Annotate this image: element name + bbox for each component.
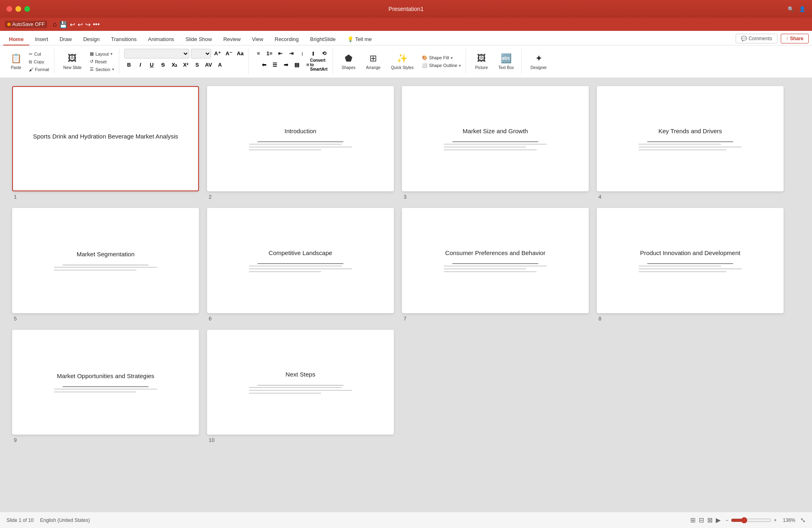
line-spacing-button[interactable]: ↕ — [298, 49, 307, 58]
tab-home[interactable]: Home — [3, 34, 29, 45]
reset-button[interactable]: ↺Reset — [88, 58, 116, 65]
tab-view[interactable]: View — [246, 34, 269, 45]
numbering-button[interactable]: 1≡ — [265, 49, 274, 58]
tab-design[interactable]: Design — [78, 34, 105, 45]
slideshow-view-icon[interactable]: ▶ — [716, 516, 721, 524]
increase-indent-button[interactable]: ⇥ — [287, 49, 296, 58]
italic-button[interactable]: I — [136, 60, 145, 70]
character-spacing-button[interactable]: AV — [204, 60, 214, 70]
tab-slideshow[interactable]: Slide Show — [180, 34, 218, 45]
shape-outline-dropdown[interactable]: ⬜Shape Outline▾ — [420, 62, 463, 69]
slide-sorter-icon[interactable]: ⊟ — [699, 516, 704, 524]
slide-lines-10 — [249, 387, 352, 394]
cut-button[interactable]: ✂Cut — [27, 51, 51, 58]
share-button[interactable]: ↑Share — [781, 34, 809, 43]
justify-button[interactable]: ▤ — [292, 60, 302, 70]
zoom-slider[interactable] — [731, 517, 771, 524]
tab-tell-me[interactable]: 💡Tell me — [341, 34, 378, 45]
title-bar: Presentation1 🔍 👤 — [0, 0, 812, 18]
insert-group: 🖼 Picture 🔤 Text Box — [468, 49, 521, 75]
slide-thumb-5[interactable]: Market Segmentation — [12, 208, 199, 313]
normal-view-icon[interactable]: ⊞ — [690, 516, 695, 524]
slide-line — [54, 270, 137, 270]
search-icon[interactable]: 🔍 — [788, 6, 794, 12]
change-case-button[interactable]: Aa — [235, 49, 245, 58]
bullets-button[interactable]: ≡ — [254, 49, 263, 58]
undo-icon[interactable]: ↩ — [70, 21, 75, 28]
decrease-font-button[interactable]: A⁻ — [224, 49, 234, 58]
subscript-button[interactable]: X₂ — [170, 60, 179, 70]
slide-wrapper-10: Next Steps10 — [207, 330, 394, 444]
layout-dropdown[interactable]: ▦Layout▾ — [88, 50, 116, 57]
redo-icon[interactable]: ↪ — [85, 21, 91, 28]
slide-thumb-6[interactable]: Competitive Landscape — [207, 208, 394, 313]
slide-thumb-10[interactable]: Next Steps — [207, 330, 394, 435]
shapes-button[interactable]: ⬟ Shapes — [338, 50, 360, 73]
slide-number-4: 4 — [597, 194, 784, 200]
slide-thumb-4[interactable]: Key Trends and Drivers — [597, 86, 784, 191]
slide-title-5: Market Segmentation — [77, 250, 135, 258]
slide-title-8: Product Innovation and Development — [640, 249, 741, 257]
tab-animations[interactable]: Animations — [143, 34, 180, 45]
section-dropdown[interactable]: ☰Section▾ — [88, 66, 116, 73]
reading-view-icon[interactable]: ⊠ — [707, 516, 713, 524]
tab-insert[interactable]: Insert — [29, 34, 54, 45]
zoom-level[interactable]: 136% — [779, 517, 795, 523]
maximize-button[interactable] — [24, 6, 30, 12]
undo-arrow-icon[interactable]: ↩ — [78, 21, 83, 28]
text-box-button[interactable]: 🔤 Text Box — [495, 50, 518, 73]
format-button[interactable]: 🖌Format — [27, 66, 51, 73]
bold-button[interactable]: B — [124, 60, 134, 70]
slide-thumb-7[interactable]: Consumer Preferences and Behavior — [402, 208, 589, 313]
slide-number-3: 3 — [402, 194, 589, 200]
zoom-out-icon[interactable]: − — [726, 517, 728, 523]
fit-to-window-icon[interactable]: ⤡ — [800, 516, 806, 524]
tab-brightslide[interactable]: BrightSlide — [304, 34, 341, 45]
paste-button[interactable]: 📋 Paste — [6, 50, 26, 73]
zoom-in-icon[interactable]: + — [774, 517, 777, 523]
status-left: Slide 1 of 10 English (United States) — [6, 517, 90, 523]
save-icon[interactable]: 💾 — [59, 21, 67, 28]
slide-thumb-8[interactable]: Product Innovation and Development — [597, 208, 784, 313]
text-shadow-button[interactable]: S — [192, 60, 202, 70]
superscript-button[interactable]: X² — [181, 60, 191, 70]
slide-area: Sports Drink and Hydration Beverage Mark… — [0, 78, 812, 512]
home-icon[interactable]: ⌂ — [53, 21, 57, 28]
close-button[interactable] — [6, 6, 12, 12]
strikethrough-button[interactable]: S — [158, 60, 168, 70]
font-size-select[interactable] — [191, 49, 211, 58]
font-color-button[interactable]: A — [215, 60, 225, 70]
tab-recording[interactable]: Recording — [269, 34, 304, 45]
picture-button[interactable]: 🖼 Picture — [471, 50, 492, 73]
underline-button[interactable]: U — [147, 60, 157, 70]
text-direction-button[interactable]: ⟲ — [320, 49, 329, 58]
slide-thumb-9[interactable]: Market Opportunities and Strategies — [12, 330, 199, 435]
columns-button[interactable]: ⫿ — [309, 49, 318, 58]
tab-draw[interactable]: Draw — [54, 34, 78, 45]
new-slide-button[interactable]: 🖼 New Slide — [59, 50, 86, 73]
designer-button[interactable]: ✦ Designer — [527, 50, 551, 73]
font-family-select[interactable] — [124, 49, 189, 58]
slide-wrapper-4: Key Trends and Drivers4 — [597, 86, 784, 200]
arrange-button[interactable]: ⊞ Arrange — [362, 50, 385, 73]
slide-wrapper-9: Market Opportunities and Strategies9 — [12, 330, 199, 444]
copy-button[interactable]: ⧉Copy — [27, 58, 51, 65]
shape-fill-dropdown[interactable]: 🎨Shape Fill▾ — [420, 54, 463, 61]
decrease-indent-button[interactable]: ⇤ — [276, 49, 285, 58]
align-center-button[interactable]: ☰ — [270, 60, 280, 70]
slide-thumb-2[interactable]: Introduction — [207, 86, 394, 191]
convert-to-smartart-button[interactable]: Convert to SmartArt — [314, 60, 324, 70]
more-icon[interactable]: ••• — [93, 21, 100, 28]
slide-thumb-1[interactable]: Sports Drink and Hydration Beverage Mark… — [12, 86, 199, 191]
align-right-button[interactable]: ➡ — [281, 60, 291, 70]
quick-styles-button[interactable]: ✨ Quick Styles — [387, 50, 418, 73]
slide-thumb-3[interactable]: Market Size and Growth — [402, 86, 589, 191]
tab-transitions[interactable]: Transitions — [105, 34, 142, 45]
slide-wrapper-5: Market Segmentation5 — [12, 208, 199, 322]
align-left-button[interactable]: ⬅ — [259, 60, 269, 70]
increase-font-button[interactable]: A⁺ — [213, 49, 222, 58]
minimize-button[interactable] — [15, 6, 21, 12]
tab-review[interactable]: Review — [218, 34, 246, 45]
comments-button[interactable]: 💬Comments — [736, 34, 777, 43]
profile-icon[interactable]: 👤 — [799, 6, 806, 12]
